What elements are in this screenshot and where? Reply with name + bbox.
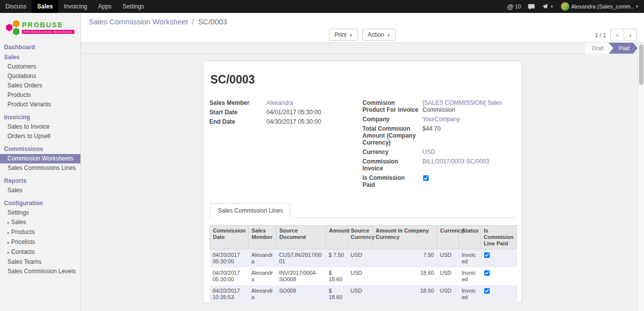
planner-button[interactable]: ▼ [542,3,554,9]
field-label-is-commission-paid: Is Commission Paid [363,174,423,188]
activity-count: 10 [515,3,521,9]
cell-sales-member: Alexandra [249,285,276,303]
logo-hexagons-icon [6,20,19,35]
cell-status: Invoiced [459,285,481,303]
cell-source-document: SO008 [276,285,326,303]
chevron-down-icon: ▼ [386,33,390,38]
field-label-end-date: End Date [209,118,266,125]
logo-tagline: PROFESSIONAL BUSINESS [22,30,74,34]
sidebar-item-products[interactable]: Products [0,90,80,100]
breadcrumb: Sales Commission Worksheet / SC/0003 [89,17,636,27]
pager-next-button[interactable]: › [624,29,637,41]
menu-invoicing[interactable]: Invoicing [58,0,92,13]
scrollbar-thumb[interactable] [639,44,644,85]
sidebar-item-commission-worksheets[interactable]: Commission Worksheets [0,154,80,163]
sidebar-nav: Dashboard Sales Customers Quotations Sal… [0,42,80,276]
cell-amount: $ 18.60 [326,285,348,303]
cell-sales-member: Alexandra [249,267,276,285]
col-amount[interactable]: Amount [326,226,348,249]
col-source-currency[interactable]: Source Currency [348,226,373,249]
col-commission-date[interactable]: Commission Date [210,226,249,249]
field-value-start-date: 04/01/2017 05:30:00 [266,109,321,116]
caret-right-icon: ▸ [7,230,10,235]
messages-button[interactable] [528,3,535,10]
table-row[interactable]: 04/20/2017 05:30:00 Alexandra INV/2017/0… [210,267,517,285]
cell-currency: USD [437,267,459,285]
sidebar-section-invoicing[interactable]: Invoicing [0,112,80,122]
menu-apps[interactable]: Apps [93,0,117,13]
field-label-currency: Currency [363,149,423,156]
col-amount-company-currency[interactable]: Amount in Company Currency [373,226,437,249]
menu-settings[interactable]: Settings [117,0,149,13]
cell-source-currency: USD [348,249,373,268]
sidebar-item-product-variants[interactable]: Product Variants [0,100,80,109]
menu-sales[interactable]: Sales [32,0,58,13]
sidebar-section-commissions[interactable]: Commissions [0,144,80,154]
tab-sales-commission-lines[interactable]: Sales Commission Lines [210,203,290,218]
col-line-paid[interactable]: Is Commision Line Paid [481,226,517,249]
sidebar-section-configuration[interactable]: Configuration [0,198,80,208]
field-value-total-commission: $44.70 [423,125,441,132]
table-header-row: Commission Date Sales Member Source Docu… [210,226,517,249]
sidebar-item-config-contacts[interactable]: ▸Contacts [0,247,80,257]
chevron-down-icon: ▼ [635,4,639,9]
cell-line-paid [481,285,517,303]
chevron-down-icon: ▼ [349,33,353,38]
status-paid[interactable]: Paid [609,43,638,54]
form-view: SC/0003 Sales Member Alexandra Start Dat… [81,54,644,311]
col-status[interactable]: Status [459,226,481,249]
pager-previous-button[interactable]: ‹ [610,29,624,41]
sidebar-item-sales-orders[interactable]: Sales Orders [0,81,80,90]
cell-line-paid [481,249,517,268]
status-draft[interactable]: Draft [585,43,613,54]
sidebar-item-sales-commission-levels[interactable]: Sales Commission Levels [0,267,80,276]
field-value-commission-invoice[interactable]: BILL/2017/0003 SC/0003 [423,158,490,165]
sidebar-item-orders-to-upsell[interactable]: Orders to Upsell [0,132,80,141]
print-button[interactable]: Print▼ [329,29,359,41]
cell-amount: $ 7.50 [326,249,348,268]
menu-discuss[interactable]: Discuss [0,0,32,13]
user-menu[interactable]: Alexandra (Sales_comm.. ▼ [561,2,639,11]
sidebar-item-quotations[interactable]: Quotations [0,72,80,81]
action-button[interactable]: Action▼ [362,29,396,41]
sidebar-item-reports-sales[interactable]: Sales [0,186,80,195]
sidebar-section-reports[interactable]: Reports [0,176,80,186]
cell-status: Invoiced [459,267,481,285]
cell-commission-date: 04/20/2017 05:30:00 [210,267,249,285]
is-commission-paid-checkbox[interactable] [423,175,429,181]
field-value-commission-product-rest: Commission [423,106,455,113]
sidebar-item-sales-teams[interactable]: Sales Teams [0,257,80,267]
field-value-commission-product[interactable]: [SALES COMMISSION] Sales [423,99,503,106]
field-value-currency[interactable]: USD [423,149,435,156]
sidebar-item-config-products[interactable]: ▸Products [0,228,80,237]
field-label-sales-member: Sales Member [209,99,266,106]
table-row[interactable]: 04/20/2017 10:35:53 Alexandra SO008 $ 18… [210,285,517,303]
cell-currency: USD [437,249,459,268]
sidebar-item-sales-commissions-lines[interactable]: Sales Commissions Lines [0,163,80,173]
field-value-company[interactable]: YourCompany [423,116,460,123]
vertical-scrollbar[interactable] [638,43,644,311]
sidebar-item-settings[interactable]: Settings [0,208,80,218]
sidebar-item-config-pricelists[interactable]: ▸Pricelists [0,237,80,247]
field-label-commission-product: Commision Product For Invoice [363,99,423,113]
field-value-sales-member[interactable]: Alexandra [266,99,293,106]
line-paid-checkbox[interactable] [484,288,489,294]
activities-button[interactable]: @ 10 [507,3,521,10]
pager-count: 1 / 1 [595,32,606,39]
table-row[interactable]: 04/20/2017 05:30:00 Alexandra CUST.IN/20… [210,249,517,268]
cell-sales-member: Alexandra [249,249,276,268]
cell-amount-company: 7.50 [373,249,437,268]
line-paid-checkbox[interactable] [484,270,489,276]
cell-amount-company: 18.60 [373,285,437,303]
line-paid-checkbox[interactable] [484,252,489,258]
sidebar-item-sales-to-invoice[interactable]: Sales to Invoice [0,122,80,132]
col-currency[interactable]: Currency [437,226,459,249]
sidebar-section-sales[interactable]: Sales [0,52,80,62]
sidebar-item-config-sales[interactable]: ▸Sales [0,218,80,228]
sidebar-item-customers[interactable]: Customers [0,62,80,72]
col-source-document[interactable]: Source Document [276,226,326,249]
sidebar-section-dashboard[interactable]: Dashboard [0,42,80,52]
breadcrumb-parent-link[interactable]: Sales Commission Worksheet [89,17,188,26]
col-sales-member[interactable]: Sales Member [249,226,276,249]
probuse-logo: PROBUSE PROFESSIONAL BUSINESS [0,13,80,41]
